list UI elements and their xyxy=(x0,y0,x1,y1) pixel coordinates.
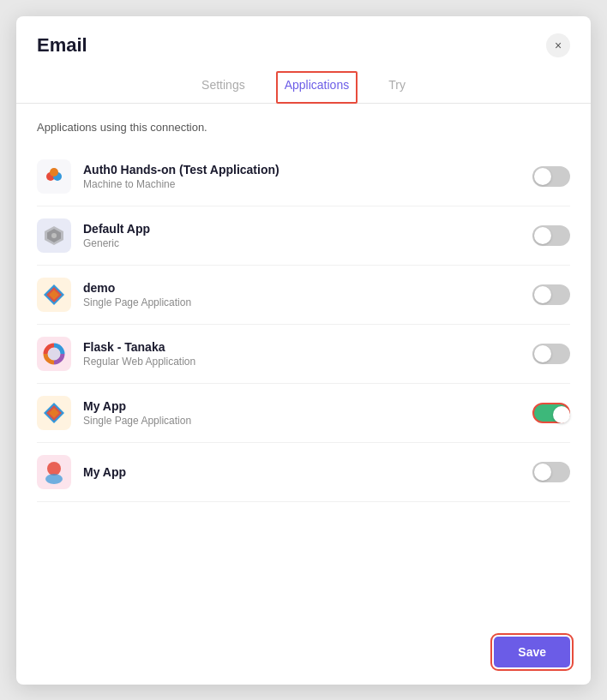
subtitle: Applications using this connection. xyxy=(37,121,570,134)
app-icon xyxy=(37,337,71,371)
list-item: Flask - Tanaka Regular Web Application xyxy=(37,325,570,384)
app-type: Generic xyxy=(83,237,520,249)
app-info: Auth0 Hands-on (Test Application) Machin… xyxy=(83,163,520,190)
modal-body: Applications using this connection. Auth… xyxy=(16,104,591,626)
app-name: My App xyxy=(83,465,520,479)
list-item: Default App Generic xyxy=(37,206,570,266)
app-name: demo xyxy=(83,281,520,295)
application-list: Auth0 Hands-on (Test Application) Machin… xyxy=(37,147,570,502)
app-info: My App xyxy=(83,465,520,479)
tab-applications[interactable]: Applications xyxy=(276,71,358,104)
app-icon xyxy=(37,396,71,430)
app-type: Single Page Application xyxy=(83,415,520,427)
modal-title: Email xyxy=(37,34,87,57)
app-type: Single Page Application xyxy=(83,296,520,308)
app-info: My App Single Page Application xyxy=(83,399,520,427)
svg-point-5 xyxy=(51,233,57,238)
app-toggle[interactable] xyxy=(532,166,570,187)
list-item: My App xyxy=(37,443,570,502)
app-toggle[interactable] xyxy=(532,344,570,364)
app-info: demo Single Page Application xyxy=(83,281,520,308)
tab-bar: Settings Applications Try xyxy=(16,71,591,104)
app-type: Machine to Machine xyxy=(83,178,520,190)
close-button[interactable]: × xyxy=(546,33,570,57)
list-item: My App Single Page Application xyxy=(37,384,570,443)
app-toggle[interactable] xyxy=(532,284,570,305)
save-button[interactable]: Save xyxy=(494,637,570,667)
tab-try[interactable]: Try xyxy=(385,71,409,104)
email-modal: Email × Settings Applications Try Applic… xyxy=(16,16,591,685)
app-icon xyxy=(37,455,71,489)
app-icon xyxy=(37,278,71,312)
app-toggle[interactable] xyxy=(532,225,570,246)
svg-point-13 xyxy=(47,462,61,476)
app-name: Auth0 Hands-on (Test Application) xyxy=(83,163,520,176)
app-icon xyxy=(37,218,71,253)
list-item: demo Single Page Application xyxy=(37,266,570,325)
modal-footer: Save xyxy=(16,626,591,685)
app-toggle[interactable] xyxy=(532,403,570,423)
tab-settings[interactable]: Settings xyxy=(198,71,249,104)
app-name: Default App xyxy=(83,222,520,236)
close-icon: × xyxy=(555,39,562,52)
app-name: Flask - Tanaka xyxy=(83,340,520,354)
list-item: Auth0 Hands-on (Test Application) Machin… xyxy=(37,147,570,206)
svg-point-2 xyxy=(50,168,58,176)
app-info: Flask - Tanaka Regular Web Application xyxy=(83,340,520,368)
app-name: My App xyxy=(83,399,520,413)
app-info: Default App Generic xyxy=(83,222,520,249)
app-type: Regular Web Application xyxy=(83,356,520,368)
app-toggle[interactable] xyxy=(532,462,570,482)
modal-header: Email × xyxy=(16,16,591,71)
app-icon xyxy=(37,159,71,194)
svg-point-14 xyxy=(45,474,63,484)
